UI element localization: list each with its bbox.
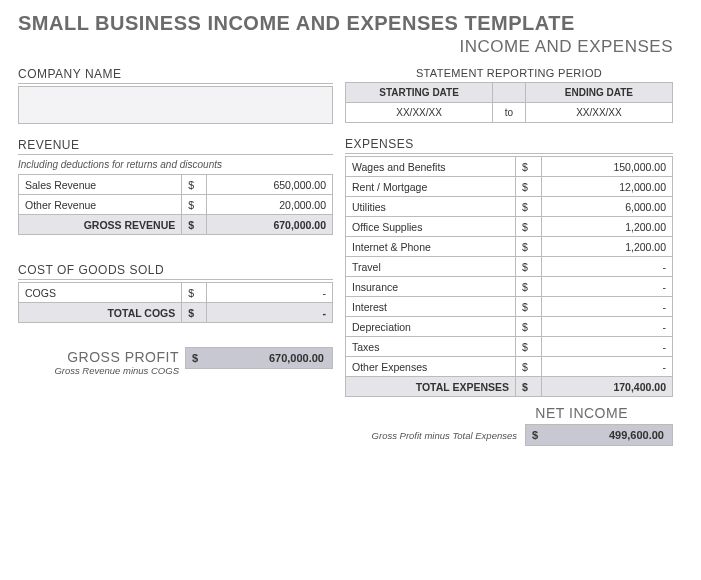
row-value[interactable]: 150,000.00	[542, 157, 673, 177]
table-row: Wages and Benefits$150,000.00	[346, 157, 673, 177]
row-value[interactable]: -	[542, 257, 673, 277]
period-header: STATEMENT REPORTING PERIOD	[345, 67, 673, 79]
row-label[interactable]: Depreciation	[346, 317, 516, 337]
row-label[interactable]: Wages and Benefits	[346, 157, 516, 177]
currency-symbol: $	[182, 215, 207, 235]
company-name-input[interactable]	[18, 86, 333, 124]
page-title: SMALL BUSINESS INCOME AND EXPENSES TEMPL…	[18, 12, 683, 35]
table-row: Internet & Phone$1,200.00	[346, 237, 673, 257]
revenue-header: REVENUE	[18, 138, 333, 155]
gross-profit-block: GROSS PROFIT Gross Revenue minus COGS $ …	[18, 347, 333, 376]
net-income-note: Gross Profit minus Total Expenses	[372, 430, 525, 441]
row-label[interactable]: Rent / Mortgage	[346, 177, 516, 197]
table-row: Interest$-	[346, 297, 673, 317]
revenue-total-row: GROSS REVENUE $ 670,000.00	[19, 215, 333, 235]
table-row: Office Supplies$1,200.00	[346, 217, 673, 237]
row-value[interactable]: -	[542, 297, 673, 317]
currency-symbol: $	[516, 257, 542, 277]
gross-profit-note: Gross Revenue minus COGS	[54, 365, 179, 376]
cogs-total-row: TOTAL COGS $ -	[19, 303, 333, 323]
currency-symbol: $	[516, 197, 542, 217]
table-row: Travel$-	[346, 257, 673, 277]
total-label: TOTAL COGS	[19, 303, 182, 323]
start-date-label: STARTING DATE	[346, 83, 493, 103]
to-label: to	[493, 103, 526, 123]
gross-profit-value-box: $ 670,000.00	[185, 347, 333, 369]
currency-symbol: $	[516, 377, 542, 397]
currency-symbol: $	[182, 283, 207, 303]
cogs-table: COGS $ - TOTAL COGS $ -	[18, 282, 333, 323]
net-income-header: NET INCOME	[345, 405, 673, 421]
row-label[interactable]: Sales Revenue	[19, 175, 182, 195]
table-row: Depreciation$-	[346, 317, 673, 337]
row-value[interactable]: 1,200.00	[542, 237, 673, 257]
row-label[interactable]: Office Supplies	[346, 217, 516, 237]
row-label[interactable]: Travel	[346, 257, 516, 277]
net-income-value: 499,600.00	[544, 429, 672, 441]
page-subtitle: INCOME AND EXPENSES	[18, 37, 683, 57]
row-label[interactable]: Insurance	[346, 277, 516, 297]
table-row: Sales Revenue $ 650,000.00	[19, 175, 333, 195]
currency-symbol: $	[516, 217, 542, 237]
period-spacer	[493, 83, 526, 103]
total-label: GROSS REVENUE	[19, 215, 182, 235]
table-row: Utilities$6,000.00	[346, 197, 673, 217]
expenses-table: Wages and Benefits$150,000.00 Rent / Mor…	[345, 156, 673, 397]
end-date-label: ENDING DATE	[525, 83, 672, 103]
currency-symbol: $	[182, 303, 207, 323]
cogs-header: COST OF GOODS SOLD	[18, 263, 333, 280]
row-label[interactable]: Other Expenses	[346, 357, 516, 377]
row-value[interactable]: 650,000.00	[207, 175, 333, 195]
table-row: COGS $ -	[19, 283, 333, 303]
row-value[interactable]: 6,000.00	[542, 197, 673, 217]
currency-symbol: $	[186, 352, 204, 364]
currency-symbol: $	[516, 177, 542, 197]
gross-profit-header: GROSS PROFIT	[54, 349, 179, 365]
row-label[interactable]: COGS	[19, 283, 182, 303]
total-value: 170,400.00	[542, 377, 673, 397]
revenue-note: Including deductions for returns and dis…	[18, 157, 333, 174]
expenses-header: EXPENSES	[345, 137, 673, 154]
currency-symbol: $	[526, 429, 544, 441]
period-table: STARTING DATE ENDING DATE XX/XX/XX to XX…	[345, 82, 673, 123]
row-label[interactable]: Taxes	[346, 337, 516, 357]
table-row: Other Revenue $ 20,000.00	[19, 195, 333, 215]
total-value: 670,000.00	[207, 215, 333, 235]
table-row: Insurance$-	[346, 277, 673, 297]
currency-symbol: $	[516, 357, 542, 377]
table-row: Other Expenses$-	[346, 357, 673, 377]
currency-symbol: $	[516, 157, 542, 177]
currency-symbol: $	[516, 317, 542, 337]
row-label[interactable]: Internet & Phone	[346, 237, 516, 257]
row-value[interactable]: -	[542, 317, 673, 337]
row-value[interactable]: -	[542, 357, 673, 377]
row-label[interactable]: Interest	[346, 297, 516, 317]
table-row: Rent / Mortgage$12,000.00	[346, 177, 673, 197]
gross-profit-value: 670,000.00	[204, 352, 332, 364]
currency-symbol: $	[516, 237, 542, 257]
end-date-value[interactable]: XX/XX/XX	[525, 103, 672, 123]
currency-symbol: $	[182, 175, 207, 195]
total-value: -	[207, 303, 333, 323]
currency-symbol: $	[516, 277, 542, 297]
row-value[interactable]: 1,200.00	[542, 217, 673, 237]
row-value[interactable]: -	[542, 277, 673, 297]
revenue-table: Sales Revenue $ 650,000.00 Other Revenue…	[18, 174, 333, 235]
row-value[interactable]: 20,000.00	[207, 195, 333, 215]
row-label[interactable]: Other Revenue	[19, 195, 182, 215]
company-header: COMPANY NAME	[18, 67, 333, 84]
currency-symbol: $	[516, 297, 542, 317]
row-label[interactable]: Utilities	[346, 197, 516, 217]
expenses-total-row: TOTAL EXPENSES $ 170,400.00	[346, 377, 673, 397]
currency-symbol: $	[182, 195, 207, 215]
start-date-value[interactable]: XX/XX/XX	[346, 103, 493, 123]
row-value[interactable]: -	[207, 283, 333, 303]
total-label: TOTAL EXPENSES	[346, 377, 516, 397]
net-income-value-box: $ 499,600.00	[525, 424, 673, 446]
row-value[interactable]: 12,000.00	[542, 177, 673, 197]
table-row: Taxes$-	[346, 337, 673, 357]
row-value[interactable]: -	[542, 337, 673, 357]
currency-symbol: $	[516, 337, 542, 357]
